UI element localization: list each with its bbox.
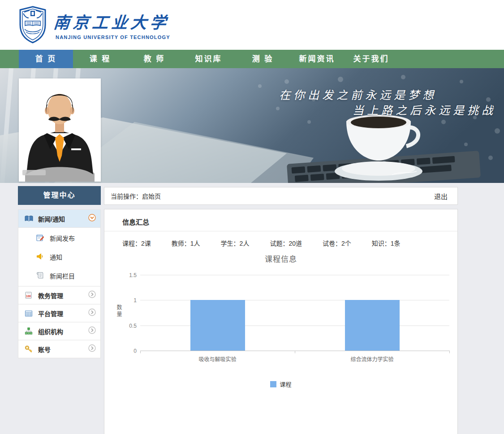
stat-teachers: 教师：1人 <box>172 239 200 247</box>
stat-students: 学生：2人 <box>221 239 250 247</box>
legend-label: 课程 <box>280 381 291 388</box>
nav-item-knowledge-base[interactable]: 知识库 <box>181 50 236 68</box>
sidebar-item-label: 组织机构 <box>38 327 88 336</box>
grid-calendar-icon <box>25 309 34 317</box>
sidebar-subitem-label: 通知 <box>50 252 62 261</box>
stat-courses: 课程：2课 <box>122 239 151 247</box>
x-tick <box>449 351 450 353</box>
main-nav: 首 页 课 程 教 师 知识库 测 验 新闻资讯 关于我们 <box>0 50 504 68</box>
university-crest-icon <box>19 6 47 43</box>
sidebar-item-label: 教务管理 <box>38 291 88 300</box>
chevron-right-circle-icon[interactable] <box>88 326 96 336</box>
key-icon <box>25 345 34 353</box>
scroll-icon <box>36 272 44 280</box>
sidebar-subitem-news-publish[interactable]: 新闻发布 <box>18 229 100 247</box>
sidebar-submenu: 新闻发布 通知 <box>18 228 100 286</box>
info-summary-panel: 信息汇总 课程：2课 教师：1人 学生：2人 试题：20道 试卷：2个 知识：1… <box>104 209 458 434</box>
stat-papers: 试卷：2个 <box>323 239 351 247</box>
bar-slot <box>140 275 295 351</box>
chevron-down-circle-icon[interactable] <box>88 214 96 223</box>
nav-item-about-us[interactable]: 关于我们 <box>344 50 398 68</box>
sidebar-menu: 新闻/通知 <box>18 209 101 358</box>
page-root: 南京工业大学 NANJING UNIVERSITY OF TECHNOLOGY … <box>0 0 504 434</box>
sidebar-item-account[interactable]: 账号 <box>18 340 100 358</box>
sidebar-item-news-notice[interactable]: 新闻/通知 <box>18 210 100 228</box>
chevron-right-circle-icon[interactable] <box>88 344 96 354</box>
sidebar: 管理中心 新闻/通知 <box>18 186 101 358</box>
operation-bar: 当前操作：启始页 退出 <box>104 187 458 205</box>
legend-swatch <box>270 381 276 387</box>
sidebar-subitem-notice[interactable]: 通知 <box>18 247 100 266</box>
open-book-icon <box>25 215 34 223</box>
university-logo: 南京工业大学 NANJING UNIVERSITY OF TECHNOLOGY <box>19 6 170 43</box>
chart-plot-area: 数量 1.5 1 0.5 0 吸收与解吸实验 综合流体力学实验 <box>104 275 457 388</box>
sidebar-item-organization[interactable]: 组织机构 <box>18 322 100 340</box>
nav-item-courses[interactable]: 课 程 <box>73 50 127 68</box>
x-tick <box>140 351 141 353</box>
stats-row: 课程：2课 教师：1人 学生：2人 试题：20道 试卷：2个 知识：1条 <box>104 231 457 247</box>
y-tick-label: 1.5 <box>124 272 137 278</box>
stat-knowledge: 知识：1条 <box>372 239 401 247</box>
x-axis-labels: 吸收与解吸实验 综合流体力学实验 <box>140 355 449 363</box>
sidebar-item-label: 新闻/通知 <box>38 214 88 223</box>
y-tick-label: 0.5 <box>124 323 137 329</box>
logout-button[interactable]: 退出 <box>434 191 457 201</box>
university-name-en: NANJING UNIVERSITY OF TECHNOLOGY <box>56 35 170 40</box>
sidebar-item-academic-mgmt[interactable]: 100 教务管理 <box>18 286 100 304</box>
sidebar-item-label: 账号 <box>38 345 88 354</box>
user-avatar <box>19 78 101 182</box>
svg-text:100: 100 <box>26 295 31 298</box>
nav-item-teachers[interactable]: 教 师 <box>127 50 181 68</box>
panel-title: 信息汇总 <box>104 209 457 231</box>
nav-item-tests[interactable]: 测 验 <box>236 50 290 68</box>
sidebar-item-label: 平台管理 <box>38 309 88 318</box>
y-tick-label: 0 <box>124 348 137 354</box>
sidebar-subitem-news-column[interactable]: 新闻栏目 <box>18 266 100 285</box>
banner-slogan-line2: 当上路之后永远是挑战 <box>353 101 496 117</box>
bar-course-2 <box>345 300 400 351</box>
plot-grid: 1.5 1 0.5 0 <box>140 275 449 351</box>
sidebar-item-platform-mgmt[interactable]: 平台管理 <box>18 304 100 322</box>
y-axis-label: 数量 <box>115 304 123 318</box>
horn-icon <box>36 253 44 261</box>
x-tick <box>295 351 295 353</box>
bar-slot <box>295 275 449 351</box>
course-info-chart: 课程信息 数量 1.5 1 0.5 0 吸收与解吸实验 综合流体力学实验 <box>104 253 457 388</box>
nav-item-home[interactable]: 首 页 <box>19 50 73 68</box>
score-sheet-icon: 100 <box>25 291 34 299</box>
chart-title: 课程信息 <box>104 253 457 264</box>
news-edit-icon <box>36 234 44 242</box>
chevron-right-circle-icon[interactable] <box>88 308 96 318</box>
bar-course-1 <box>190 300 245 351</box>
x-category-label: 吸收与解吸实验 <box>140 355 295 363</box>
site-header: 南京工业大学 NANJING UNIVERSITY OF TECHNOLOGY <box>0 0 504 50</box>
sidebar-title: 管理中心 <box>18 186 101 205</box>
sidebar-subitem-label: 新闻发布 <box>50 234 75 243</box>
university-name-cn: 南京工业大学 <box>53 9 171 33</box>
y-tick-label: 1 <box>124 297 137 304</box>
org-chart-icon <box>25 327 34 335</box>
x-category-label: 综合流体力学实验 <box>295 355 449 363</box>
current-operation-text: 当前操作：启始页 <box>104 191 434 200</box>
sidebar-subitem-label: 新闻栏目 <box>50 271 75 280</box>
banner-slogan-line1: 在你出发之前永远是梦想 <box>279 86 437 102</box>
watermark-badge <box>22 170 46 175</box>
businessman-avatar-illustration <box>19 78 101 182</box>
chevron-right-circle-icon[interactable] <box>88 291 96 300</box>
stat-questions: 试题：20道 <box>270 239 302 247</box>
chart-legend[interactable]: 课程 <box>104 380 457 388</box>
nav-item-news[interactable]: 新闻资讯 <box>290 50 344 68</box>
